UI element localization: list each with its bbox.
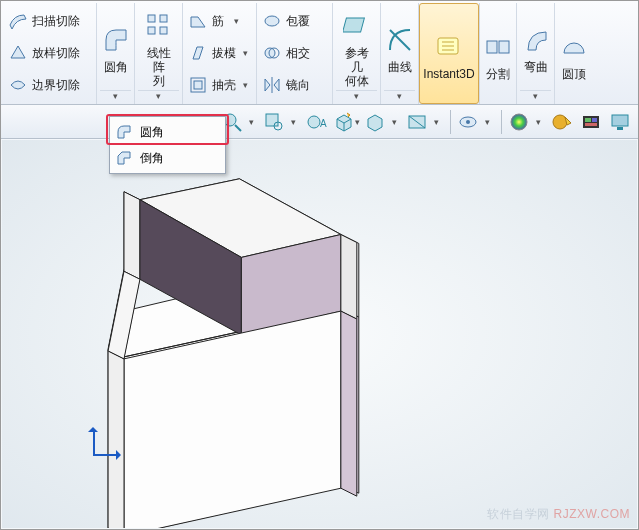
appearance-button[interactable]: ▾ bbox=[507, 108, 547, 136]
chamfer-icon bbox=[116, 150, 132, 166]
shell-dropdown-arrow[interactable]: ▾ bbox=[240, 78, 251, 92]
svg-text:A: A bbox=[320, 118, 327, 129]
ribbon-col-refgeom: 参考几 何体 ▾ bbox=[333, 3, 381, 104]
bend-button[interactable]: 弯曲 bbox=[514, 5, 558, 90]
svg-rect-1 bbox=[160, 15, 167, 22]
watermark-label: 软件自学网 bbox=[487, 507, 550, 521]
dome-button[interactable]: 圆顶 bbox=[552, 5, 596, 102]
svg-line-18 bbox=[235, 125, 241, 131]
display-style-button[interactable]: ▾ bbox=[363, 108, 403, 136]
svg-rect-0 bbox=[148, 15, 155, 22]
curves-icon bbox=[384, 24, 416, 56]
fillet-dropdown-arrow[interactable]: ▾ bbox=[100, 90, 131, 102]
ribbon-col-wrap: 包覆 相交 镜向 bbox=[257, 3, 333, 104]
linear-pattern-button[interactable]: 线性阵 列 bbox=[137, 5, 181, 90]
svg-rect-10 bbox=[343, 18, 364, 32]
curves-button[interactable]: 曲线 bbox=[378, 5, 422, 90]
shell-label: 抽壳 bbox=[212, 77, 236, 94]
boundary-cut-button[interactable]: 边界切除 bbox=[6, 69, 93, 101]
chevron-down-icon: ▾ bbox=[286, 115, 302, 129]
wrap-button[interactable]: 包覆 bbox=[260, 5, 329, 37]
instant3d-icon bbox=[433, 31, 465, 63]
shell-button[interactable]: 抽壳 ▾ bbox=[186, 69, 253, 101]
svg-point-26 bbox=[466, 120, 470, 124]
sweep-cut-button[interactable]: 扫描切除 bbox=[6, 5, 93, 37]
annotate-icon: A bbox=[305, 110, 329, 134]
dome-label: 圆顶 bbox=[562, 67, 586, 81]
svg-rect-2 bbox=[148, 27, 155, 34]
wrap-label: 包覆 bbox=[286, 13, 310, 30]
fillet-label: 圆角 bbox=[104, 60, 128, 74]
svg-point-21 bbox=[308, 116, 320, 128]
ribbon-col-curves: 曲线 ▾ bbox=[381, 3, 419, 104]
separator bbox=[501, 110, 502, 134]
watermark: 软件自学网 RJZXW.COM bbox=[487, 506, 630, 523]
pattern-dropdown-arrow[interactable]: ▾ bbox=[138, 90, 179, 102]
ribbon: 扫描切除 放样切除 边界切除 圆角 ▾ bbox=[1, 1, 638, 105]
view-orientation-button[interactable]: ▾ bbox=[333, 108, 361, 136]
chevron-down-icon: ▾ bbox=[429, 115, 445, 129]
split-icon bbox=[482, 31, 514, 63]
zoom-area-button[interactable]: ▾ bbox=[262, 108, 302, 136]
viewport[interactable] bbox=[2, 140, 637, 528]
ref-geom-label: 参考几 何体 bbox=[341, 46, 373, 88]
ref-geom-dropdown-arrow[interactable]: ▾ bbox=[336, 90, 377, 102]
display-style-icon bbox=[363, 110, 387, 134]
svg-rect-15 bbox=[487, 41, 497, 53]
curves-dropdown-arrow[interactable]: ▾ bbox=[384, 90, 415, 102]
magnifier-box-icon bbox=[262, 110, 286, 134]
fillet-icon bbox=[116, 124, 132, 140]
svg-marker-59 bbox=[341, 311, 357, 496]
ribbon-col-rib: 筋 ▾ 拔模 ▾ 抽壳 ▾ bbox=[183, 3, 257, 104]
render-button[interactable] bbox=[607, 108, 634, 136]
sweep-cut-icon bbox=[8, 11, 28, 31]
ref-geom-icon bbox=[341, 10, 373, 42]
ribbon-col-pattern: 线性阵 列 ▾ bbox=[135, 3, 183, 104]
draft-label: 拔模 bbox=[212, 45, 236, 62]
loft-cut-label: 放样切除 bbox=[32, 45, 80, 62]
svg-rect-30 bbox=[585, 118, 591, 122]
menu-item-chamfer[interactable]: 倒角 bbox=[110, 145, 225, 171]
ribbon-col-dome: 圆顶 bbox=[555, 3, 593, 104]
svg-rect-3 bbox=[160, 27, 167, 34]
loft-cut-button[interactable]: 放样切除 bbox=[6, 37, 93, 69]
hide-show-button[interactable]: ▾ bbox=[405, 108, 445, 136]
svg-rect-31 bbox=[592, 118, 597, 122]
appearance-icon bbox=[507, 110, 531, 134]
menu-item-fillet-label: 圆角 bbox=[140, 124, 164, 141]
mirror-button[interactable]: 镜向 bbox=[260, 69, 329, 101]
visibility-button[interactable]: ▾ bbox=[456, 108, 496, 136]
intersect-button[interactable]: 相交 bbox=[260, 37, 329, 69]
svg-point-27 bbox=[511, 114, 527, 130]
svg-rect-19 bbox=[266, 114, 278, 126]
chevron-down-icon: ▾ bbox=[387, 115, 403, 129]
scene-button[interactable] bbox=[578, 108, 605, 136]
rib-button[interactable]: 筋 ▾ bbox=[186, 5, 253, 37]
ref-geom-button[interactable]: 参考几 何体 bbox=[335, 5, 379, 90]
edit-appearance-button[interactable] bbox=[549, 108, 576, 136]
separator bbox=[450, 110, 451, 134]
ribbon-col-split: 分割 bbox=[479, 3, 517, 104]
bend-dropdown-arrow[interactable]: ▾ bbox=[520, 90, 551, 102]
chevron-down-icon: ▾ bbox=[244, 115, 260, 129]
linear-pattern-label: 线性阵 列 bbox=[143, 46, 175, 88]
draft-button[interactable]: 拔模 ▾ bbox=[186, 37, 253, 69]
annotate-button[interactable]: A bbox=[304, 108, 331, 136]
menu-item-fillet[interactable]: 圆角 bbox=[110, 119, 225, 145]
boundary-cut-icon bbox=[8, 75, 28, 95]
instant3d-button[interactable]: Instant3D bbox=[419, 3, 479, 104]
model-view bbox=[2, 140, 637, 528]
chevron-down-icon: ▾ bbox=[480, 115, 496, 129]
draft-dropdown-arrow[interactable]: ▾ bbox=[240, 46, 251, 60]
rib-icon bbox=[188, 11, 208, 31]
hide-show-icon bbox=[405, 110, 429, 134]
svg-rect-32 bbox=[585, 123, 597, 126]
ribbon-col-instant3d: Instant3D bbox=[419, 3, 479, 104]
loft-cut-icon bbox=[8, 43, 28, 63]
fillet-dropdown-menu: 圆角 倒角 bbox=[109, 116, 226, 174]
quick-toolbar: ▾ ▾ A ▾ ▾ ▾ ▾ ▾ bbox=[1, 105, 638, 139]
instant3d-label: Instant3D bbox=[423, 67, 474, 81]
curves-label: 曲线 bbox=[388, 60, 412, 74]
fillet-button[interactable]: 圆角 bbox=[94, 5, 138, 90]
rib-dropdown-arrow[interactable]: ▾ bbox=[228, 14, 244, 28]
